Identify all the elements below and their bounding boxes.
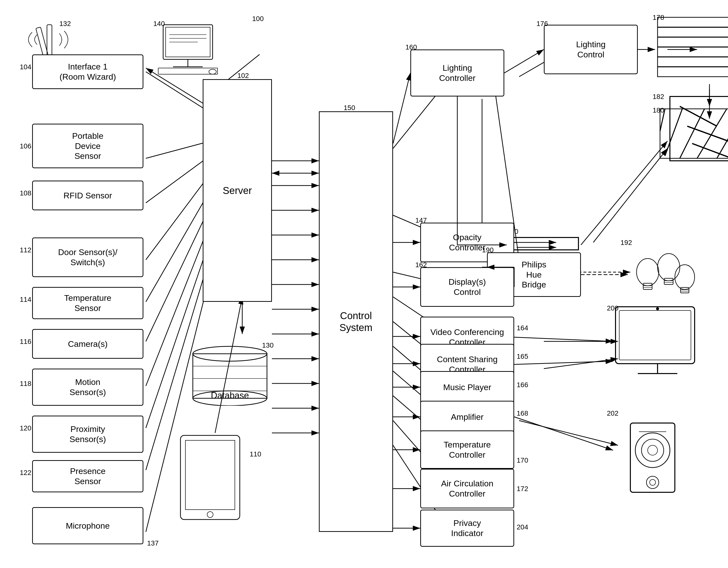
label-202: 202 bbox=[607, 410, 618, 417]
label-200: 200 bbox=[607, 304, 618, 312]
label-116: 116 bbox=[20, 338, 31, 346]
svg-point-97 bbox=[635, 433, 670, 468]
diagram-container: 100 140 bbox=[0, 0, 728, 568]
svg-point-95 bbox=[656, 307, 659, 310]
privacy-indicator-label: Privacy Indicator bbox=[451, 518, 483, 538]
light-fixture-178 bbox=[655, 15, 728, 84]
motion-sensor-label: Motion Sensor(s) bbox=[69, 377, 106, 397]
presence-sensor-box: Presence Sensor bbox=[32, 460, 143, 492]
svg-line-77 bbox=[687, 126, 728, 146]
temperature-controller-box: Temperature Controller bbox=[420, 431, 514, 469]
label-132: 132 bbox=[59, 20, 71, 28]
motion-sensor-box: Motion Sensor(s) bbox=[32, 369, 143, 406]
svg-point-98 bbox=[641, 439, 664, 461]
speaker-202 bbox=[616, 411, 700, 505]
microphone-label: Microphone bbox=[66, 521, 110, 531]
svg-rect-75 bbox=[670, 96, 728, 161]
label-120: 120 bbox=[20, 424, 31, 432]
database-icon: Database bbox=[188, 342, 272, 406]
svg-line-28 bbox=[544, 359, 618, 369]
air-circulation-box: Air Circulation Controller bbox=[420, 469, 514, 508]
label-204: 204 bbox=[517, 523, 528, 531]
philips-hue-label: Philips Hue Bridge bbox=[522, 259, 546, 290]
svg-rect-59 bbox=[180, 435, 240, 520]
server-label: Server bbox=[223, 184, 252, 196]
music-player-label: Music Player bbox=[443, 382, 491, 392]
temperature-controller-label: Temperature Controller bbox=[444, 440, 491, 460]
label-150: 150 bbox=[344, 104, 355, 112]
svg-line-130 bbox=[581, 141, 667, 245]
svg-point-61 bbox=[207, 512, 213, 518]
door-sensor-box: Door Sensor(s)/ Switch(s) bbox=[32, 237, 143, 277]
label-130: 130 bbox=[262, 342, 274, 349]
window-shade-290 bbox=[507, 235, 581, 252]
amplifier-label: Amplifier bbox=[451, 412, 484, 422]
label-165: 165 bbox=[517, 353, 528, 361]
svg-rect-74 bbox=[509, 237, 578, 250]
amplifier-box: Amplifier bbox=[420, 401, 514, 433]
displays-control-box: Display(s) Control bbox=[420, 267, 514, 307]
server-box: Server bbox=[203, 79, 272, 302]
label-114: 114 bbox=[20, 296, 31, 304]
svg-point-83 bbox=[658, 253, 680, 281]
svg-line-136 bbox=[514, 361, 613, 365]
label-102: 102 bbox=[237, 72, 249, 80]
portable-device-sensor-label: Portable Device Sensor bbox=[72, 131, 104, 161]
label-112: 112 bbox=[20, 246, 31, 254]
svg-line-23 bbox=[593, 148, 667, 242]
door-sensor-label: Door Sensor(s)/ Switch(s) bbox=[58, 247, 117, 267]
label-170: 170 bbox=[517, 456, 528, 464]
displays-control-label: Display(s) Control bbox=[448, 277, 486, 297]
label-172: 172 bbox=[517, 485, 528, 493]
presence-sensor-label: Presence Sensor bbox=[70, 466, 106, 486]
svg-rect-80 bbox=[643, 283, 652, 290]
cameras-label: Camera(s) bbox=[68, 339, 108, 349]
control-system-box: Control System bbox=[319, 111, 393, 532]
label-178: 178 bbox=[653, 14, 664, 22]
music-player-box: Music Player bbox=[420, 371, 514, 403]
svg-line-78 bbox=[692, 143, 728, 158]
svg-rect-60 bbox=[185, 440, 235, 510]
label-162: 162 bbox=[415, 261, 427, 269]
control-system-label: Control System bbox=[339, 310, 372, 334]
lighting-control-label: Lighting Control bbox=[576, 39, 605, 60]
label-166: 166 bbox=[517, 381, 528, 389]
label-190: 190 bbox=[482, 246, 494, 254]
svg-rect-52 bbox=[47, 25, 52, 57]
temperature-sensor-label: Temperature Sensor bbox=[64, 293, 111, 313]
label-100: 100 bbox=[252, 15, 264, 23]
label-122: 122 bbox=[20, 469, 31, 477]
air-circulation-label: Air Circulation Controller bbox=[441, 478, 493, 499]
lighting-controller-box: Lighting Controller bbox=[410, 49, 504, 96]
label-104: 104 bbox=[20, 63, 31, 71]
svg-point-99 bbox=[648, 445, 658, 455]
interface1-label: Interface 1 (Room Wizard) bbox=[60, 62, 116, 82]
label-108: 108 bbox=[20, 189, 31, 197]
proximity-sensor-label: Proximity Sensor(s) bbox=[69, 424, 106, 444]
display-182 bbox=[667, 94, 728, 163]
svg-point-87 bbox=[675, 265, 695, 290]
label-168: 168 bbox=[517, 410, 528, 417]
opacity-controller-label: Opacity Controller bbox=[449, 232, 485, 252]
proximity-sensor-box: Proximity Sensor(s) bbox=[32, 416, 143, 453]
svg-rect-88 bbox=[681, 288, 689, 293]
microphone-box: Microphone bbox=[32, 507, 143, 544]
laptop-icon bbox=[153, 22, 222, 77]
label-110: 110 bbox=[250, 450, 261, 458]
lighting-control-box: Lighting Control bbox=[544, 25, 638, 74]
svg-line-125 bbox=[504, 49, 544, 73]
label-180: 180 bbox=[653, 106, 664, 114]
tablet-icon bbox=[173, 433, 247, 527]
svg-point-101 bbox=[650, 479, 656, 485]
lighting-controller-label: Lighting Controller bbox=[439, 63, 475, 83]
database-label: Database bbox=[188, 390, 272, 401]
svg-line-135 bbox=[514, 337, 613, 342]
svg-rect-84 bbox=[664, 278, 673, 285]
svg-rect-91 bbox=[616, 307, 695, 364]
svg-line-137 bbox=[514, 417, 613, 450]
label-164: 164 bbox=[517, 324, 528, 332]
label-106: 106 bbox=[20, 142, 31, 150]
svg-rect-92 bbox=[619, 311, 691, 360]
label-176: 176 bbox=[536, 20, 548, 28]
monitor-200 bbox=[613, 304, 702, 384]
